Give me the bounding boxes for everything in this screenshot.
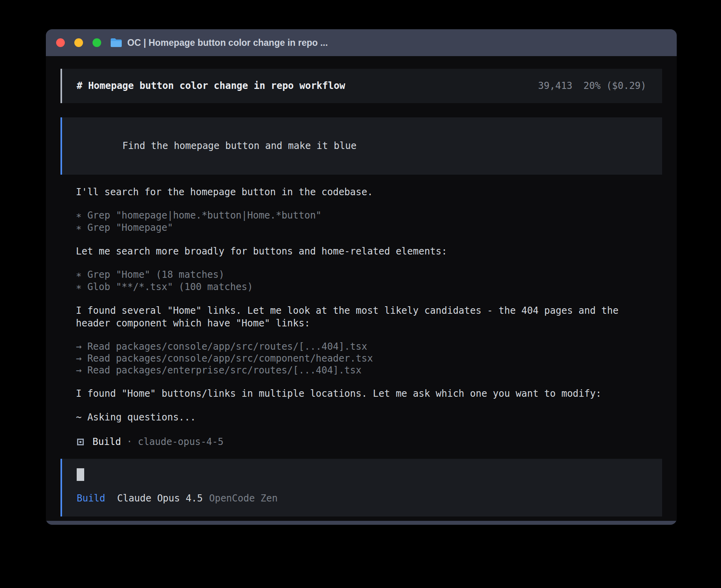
assistant-intro: I'll search for the homepage button in t… bbox=[76, 186, 637, 198]
square-dot-icon bbox=[77, 439, 84, 445]
window-titlebar[interactable]: OC | Homepage button color change in rep… bbox=[46, 29, 677, 56]
read-call: → Read packages/console/app/src/componen… bbox=[76, 352, 662, 364]
traffic-lights bbox=[56, 38, 101, 47]
session-title: # Homepage button color change in repo w… bbox=[77, 79, 345, 92]
minimize-window-button[interactable] bbox=[74, 38, 83, 47]
search-tool-calls: ∗ Grep "Home" (18 matches) ∗ Glob "**/*.… bbox=[76, 269, 662, 293]
assistant-ask: I found "Home" buttons/links in multiple… bbox=[76, 387, 637, 400]
agent-separator: · bbox=[126, 435, 132, 448]
zoom-window-button[interactable] bbox=[92, 38, 101, 47]
folder-icon bbox=[110, 38, 122, 47]
prompt-input[interactable]: Build Claude Opus 4.5 OpenCode Zen bbox=[60, 459, 662, 516]
context-cost: 20% ($0.29) bbox=[583, 79, 646, 92]
terminal-content: # Homepage button color change in repo w… bbox=[46, 56, 677, 521]
close-window-button[interactable] bbox=[56, 38, 65, 47]
agent-row: Build · claude-opus-4-5 bbox=[77, 435, 662, 448]
input-mode: Build bbox=[77, 492, 105, 505]
input-meta: Build Claude Opus 4.5 OpenCode Zen bbox=[77, 492, 646, 505]
grep-call: ∗ Grep "homepage|home.*button|Home.*butt… bbox=[76, 209, 662, 222]
input-model: Claude Opus 4.5 bbox=[117, 492, 203, 505]
text-cursor bbox=[77, 468, 84, 481]
assistant-broader: Let me search more broadly for buttons a… bbox=[76, 245, 637, 258]
assistant-candidates: I found several "Home" links. Let me loo… bbox=[76, 304, 637, 330]
window-title: OC | Homepage button color change in rep… bbox=[127, 38, 328, 48]
agent-model: claude-opus-4-5 bbox=[138, 435, 224, 448]
session-header: # Homepage button color change in repo w… bbox=[60, 69, 662, 103]
glob-call: ∗ Glob "**/*.tsx" (100 matches) bbox=[76, 281, 662, 293]
grep-tool-calls: ∗ Grep "homepage|home.*button|Home.*butt… bbox=[76, 209, 662, 234]
desktop-background: OC | Homepage button color change in rep… bbox=[0, 0, 721, 588]
agent-name: Build bbox=[92, 435, 121, 448]
read-call: → Read packages/console/app/src/routes/[… bbox=[76, 341, 662, 352]
user-message-text: Find the homepage button and make it blu… bbox=[123, 140, 357, 151]
asking-status: ~ Asking questions... bbox=[76, 411, 637, 424]
grep-call: ∗ Grep "Home" (18 matches) bbox=[76, 269, 662, 281]
read-call: → Read packages/enterprise/src/routes/[.… bbox=[76, 364, 662, 376]
input-provider: OpenCode Zen bbox=[209, 492, 277, 505]
user-message-block: Find the homepage button and make it blu… bbox=[60, 117, 662, 175]
token-count: 39,413 bbox=[538, 79, 572, 92]
session-stats: 39,413 20% ($0.29) bbox=[538, 79, 646, 92]
read-tool-calls: → Read packages/console/app/src/routes/[… bbox=[76, 341, 662, 376]
grep-call: ∗ Grep "Homepage" bbox=[76, 222, 662, 234]
app-window: OC | Homepage button color change in rep… bbox=[46, 29, 677, 525]
